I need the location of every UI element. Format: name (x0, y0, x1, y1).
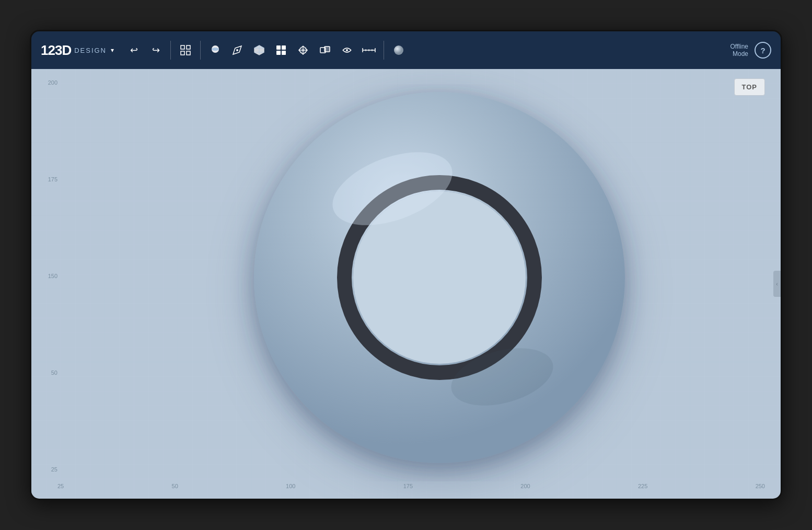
help-button[interactable]: ? (755, 42, 771, 59)
torus-shape (230, 84, 648, 483)
ruler-bottom-25: 25 (57, 483, 64, 489)
snap-button[interactable] (338, 41, 356, 60)
ruler-bottom-50: 50 (172, 483, 178, 489)
svg-point-6 (236, 49, 238, 51)
ruler-bottom-175: 175 (403, 483, 413, 489)
grid-snap-icon (179, 44, 192, 56)
offline-mode-label: Offline Mode (730, 43, 748, 58)
pattern-icon (297, 44, 309, 56)
logo-123d: 123D (41, 42, 71, 59)
ruler-label-200: 200 (48, 79, 57, 86)
undo-button[interactable]: ↩ (124, 41, 143, 60)
sketch-button[interactable] (228, 41, 247, 60)
ruler-left: 200 175 150 50 25 (42, 69, 57, 483)
svg-point-13 (346, 49, 348, 51)
logo-chevron-icon[interactable]: ▾ (111, 47, 114, 54)
material-button[interactable] (389, 41, 408, 60)
ruler-bottom-225: 225 (638, 483, 647, 489)
app-window: 123D DESIGN ▾ ↩ ↪ (30, 30, 782, 500)
separator-2 (200, 41, 201, 60)
svg-rect-7 (276, 45, 281, 50)
ruler-bottom-200: 200 (520, 483, 530, 489)
torus-svg (230, 84, 648, 481)
header-right: Offline Mode ? (730, 42, 771, 59)
ruler-label-150: 150 (48, 273, 57, 279)
measure-icon (362, 46, 376, 54)
main-toolbar-group (176, 41, 195, 60)
svg-rect-1 (187, 45, 190, 49)
construct-button[interactable] (250, 41, 269, 60)
top-view-button[interactable]: TOP (734, 78, 765, 96)
chevron-left-icon: ‹ (776, 281, 778, 287)
ruler-bottom-250: 250 (756, 483, 765, 489)
redo-button[interactable]: ↪ (146, 41, 165, 60)
modify-icon (275, 44, 287, 56)
grid-snap-button[interactable] (176, 41, 195, 60)
undo-redo-group: ↩ ↪ (124, 41, 165, 60)
svg-rect-12 (324, 47, 330, 52)
svg-point-20 (394, 45, 403, 55)
modify-button[interactable] (272, 41, 291, 60)
canvas-area[interactable]: TOP 200 175 150 50 25 25 50 100 175 200 … (31, 69, 781, 499)
svg-rect-10 (282, 51, 286, 55)
measure-button[interactable] (359, 41, 378, 60)
pattern-button[interactable] (294, 41, 312, 60)
svg-rect-0 (181, 45, 184, 49)
primitives-icon (209, 44, 222, 56)
ruler-label-175: 175 (48, 176, 57, 182)
sketch-icon (231, 44, 243, 56)
svg-rect-2 (181, 51, 184, 55)
primitives-button[interactable] (206, 41, 225, 60)
construct-icon (253, 44, 265, 56)
material-icon (392, 44, 405, 56)
logo-area[interactable]: 123D DESIGN ▾ (41, 42, 124, 59)
undo-icon: ↩ (130, 44, 138, 56)
tools-group (206, 41, 378, 60)
ruler-bottom-100: 100 (286, 483, 295, 489)
ruler-bottom: 25 50 100 175 200 225 250 (57, 483, 765, 493)
redo-icon: ↪ (152, 44, 160, 56)
svg-point-5 (212, 48, 219, 51)
group-button[interactable] (316, 41, 334, 60)
svg-rect-3 (187, 51, 190, 55)
separator-3 (384, 41, 384, 60)
logo-design-text: DESIGN (74, 47, 107, 54)
separator-1 (170, 41, 171, 60)
svg-rect-9 (276, 51, 281, 55)
ruler-label-50: 50 (51, 370, 57, 376)
side-panel-handle[interactable]: ‹ (773, 271, 781, 297)
svg-rect-8 (282, 45, 286, 50)
header-bar: 123D DESIGN ▾ ↩ ↪ (31, 31, 781, 69)
ruler-label-25: 25 (51, 466, 57, 473)
group-icon (319, 44, 331, 56)
snap-icon (341, 44, 353, 56)
